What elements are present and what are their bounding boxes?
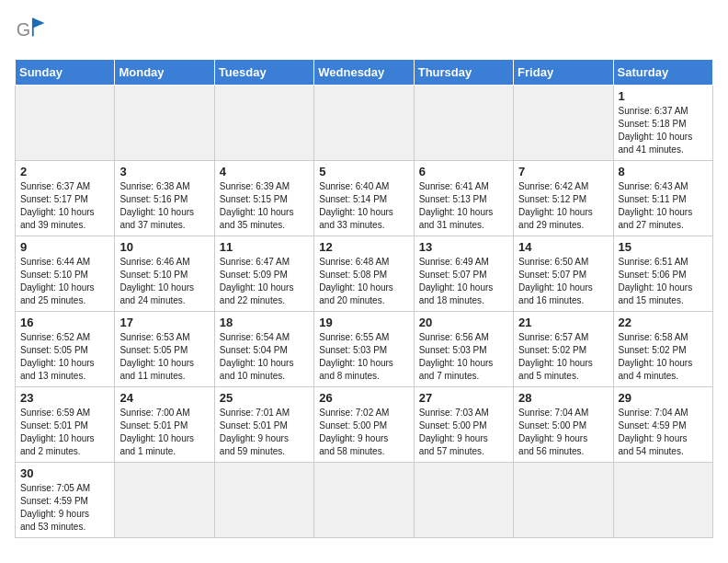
day-number: 8 <box>619 165 708 178</box>
calendar-cell <box>115 86 214 161</box>
day-number: 18 <box>220 316 309 329</box>
calendar-cell <box>115 463 214 538</box>
calendar-cell: 8Sunrise: 6:43 AM Sunset: 5:11 PM Daylig… <box>613 161 712 236</box>
calendar-cell: 16Sunrise: 6:52 AM Sunset: 5:05 PM Dayli… <box>16 312 115 387</box>
cell-info: Sunrise: 6:57 AM Sunset: 5:02 PM Dayligh… <box>518 331 608 383</box>
cell-info: Sunrise: 6:59 AM Sunset: 5:01 PM Dayligh… <box>20 407 109 458</box>
cell-info: Sunrise: 6:48 AM Sunset: 5:08 PM Dayligh… <box>319 256 408 307</box>
calendar-cell: 19Sunrise: 6:55 AM Sunset: 5:03 PM Dayli… <box>314 312 414 387</box>
calendar-cell: 12Sunrise: 6:48 AM Sunset: 5:08 PM Dayli… <box>314 236 414 312</box>
cell-info: Sunrise: 6:44 AM Sunset: 5:10 PM Dayligh… <box>20 256 109 307</box>
calendar-cell: 30Sunrise: 7:05 AM Sunset: 4:59 PM Dayli… <box>16 463 115 538</box>
calendar-cell: 13Sunrise: 6:49 AM Sunset: 5:07 PM Dayli… <box>414 236 513 312</box>
day-number: 9 <box>20 240 109 254</box>
logo: G <box>15 15 53 48</box>
cell-info: Sunrise: 6:55 AM Sunset: 5:03 PM Dayligh… <box>319 331 408 383</box>
calendar-cell: 29Sunrise: 7:04 AM Sunset: 4:59 PM Dayli… <box>613 387 712 463</box>
calendar-cell: 11Sunrise: 6:47 AM Sunset: 5:09 PM Dayli… <box>214 236 313 312</box>
calendar-cell <box>314 463 414 538</box>
day-number: 2 <box>20 165 109 178</box>
cell-info: Sunrise: 7:02 AM Sunset: 5:00 PM Dayligh… <box>319 407 408 458</box>
day-number: 5 <box>319 165 408 178</box>
day-number: 15 <box>619 240 708 254</box>
calendar-cell: 28Sunrise: 7:04 AM Sunset: 5:00 PM Dayli… <box>514 387 613 463</box>
weekday-thursday: Thursday <box>414 60 513 86</box>
cell-info: Sunrise: 6:54 AM Sunset: 5:04 PM Dayligh… <box>220 331 309 383</box>
cell-info: Sunrise: 6:37 AM Sunset: 5:17 PM Dayligh… <box>20 180 109 232</box>
calendar-cell: 9Sunrise: 6:44 AM Sunset: 5:10 PM Daylig… <box>16 236 115 312</box>
cell-info: Sunrise: 7:01 AM Sunset: 5:01 PM Dayligh… <box>220 407 309 458</box>
cell-info: Sunrise: 6:42 AM Sunset: 5:12 PM Dayligh… <box>518 180 608 232</box>
week-row-4: 23Sunrise: 6:59 AM Sunset: 5:01 PM Dayli… <box>16 387 713 463</box>
cell-info: Sunrise: 6:39 AM Sunset: 5:15 PM Dayligh… <box>220 180 309 232</box>
cell-info: Sunrise: 7:03 AM Sunset: 5:00 PM Dayligh… <box>419 407 508 458</box>
cell-info: Sunrise: 6:56 AM Sunset: 5:03 PM Dayligh… <box>419 331 508 383</box>
cell-info: Sunrise: 6:58 AM Sunset: 5:02 PM Dayligh… <box>619 331 708 383</box>
calendar-cell: 14Sunrise: 6:50 AM Sunset: 5:07 PM Dayli… <box>514 236 613 312</box>
cell-info: Sunrise: 6:53 AM Sunset: 5:05 PM Dayligh… <box>119 331 209 383</box>
calendar-cell <box>613 463 712 538</box>
day-number: 30 <box>20 466 109 480</box>
day-number: 12 <box>319 240 408 254</box>
calendar-cell: 24Sunrise: 7:00 AM Sunset: 5:01 PM Dayli… <box>115 387 214 463</box>
week-row-1: 2Sunrise: 6:37 AM Sunset: 5:17 PM Daylig… <box>16 161 713 236</box>
day-number: 11 <box>220 240 309 254</box>
calendar-cell: 10Sunrise: 6:46 AM Sunset: 5:10 PM Dayli… <box>115 236 214 312</box>
day-number: 1 <box>619 89 708 103</box>
day-number: 20 <box>419 316 508 329</box>
calendar-cell: 18Sunrise: 6:54 AM Sunset: 5:04 PM Dayli… <box>214 312 313 387</box>
day-number: 29 <box>619 391 708 405</box>
cell-info: Sunrise: 6:46 AM Sunset: 5:10 PM Dayligh… <box>119 256 209 307</box>
calendar-cell: 5Sunrise: 6:40 AM Sunset: 5:14 PM Daylig… <box>314 161 414 236</box>
calendar-cell <box>414 463 513 538</box>
calendar: SundayMondayTuesdayWednesdayThursdayFrid… <box>15 59 713 538</box>
svg-rect-3 <box>32 18 34 37</box>
calendar-cell <box>514 86 613 161</box>
calendar-cell <box>16 86 115 161</box>
cell-info: Sunrise: 6:43 AM Sunset: 5:11 PM Dayligh… <box>619 180 708 232</box>
cell-info: Sunrise: 6:49 AM Sunset: 5:07 PM Dayligh… <box>419 256 508 307</box>
day-number: 4 <box>220 165 309 178</box>
cell-info: Sunrise: 6:40 AM Sunset: 5:14 PM Dayligh… <box>319 180 408 232</box>
calendar-cell: 21Sunrise: 6:57 AM Sunset: 5:02 PM Dayli… <box>514 312 613 387</box>
calendar-cell: 15Sunrise: 6:51 AM Sunset: 5:06 PM Dayli… <box>613 236 712 312</box>
day-number: 10 <box>119 240 209 254</box>
day-number: 6 <box>419 165 508 178</box>
cell-info: Sunrise: 7:05 AM Sunset: 4:59 PM Dayligh… <box>20 482 109 534</box>
week-row-5: 30Sunrise: 7:05 AM Sunset: 4:59 PM Dayli… <box>16 463 713 538</box>
logo-icon: G <box>15 15 48 48</box>
calendar-cell: 17Sunrise: 6:53 AM Sunset: 5:05 PM Dayli… <box>115 312 214 387</box>
calendar-cell: 27Sunrise: 7:03 AM Sunset: 5:00 PM Dayli… <box>414 387 513 463</box>
cell-info: Sunrise: 6:47 AM Sunset: 5:09 PM Dayligh… <box>220 256 309 307</box>
day-number: 14 <box>518 240 608 254</box>
cell-info: Sunrise: 6:41 AM Sunset: 5:13 PM Dayligh… <box>419 180 508 232</box>
calendar-header: SundayMondayTuesdayWednesdayThursdayFrid… <box>16 60 713 86</box>
calendar-cell: 7Sunrise: 6:42 AM Sunset: 5:12 PM Daylig… <box>514 161 613 236</box>
day-number: 3 <box>119 165 209 178</box>
calendar-body: 1Sunrise: 6:37 AM Sunset: 5:18 PM Daylig… <box>16 86 713 538</box>
day-number: 24 <box>119 391 209 405</box>
week-row-0: 1Sunrise: 6:37 AM Sunset: 5:18 PM Daylig… <box>16 86 713 161</box>
day-number: 25 <box>220 391 309 405</box>
calendar-cell: 2Sunrise: 6:37 AM Sunset: 5:17 PM Daylig… <box>16 161 115 236</box>
week-row-3: 16Sunrise: 6:52 AM Sunset: 5:05 PM Dayli… <box>16 312 713 387</box>
weekday-tuesday: Tuesday <box>214 60 313 86</box>
svg-text:G: G <box>17 19 30 40</box>
day-number: 28 <box>518 391 608 405</box>
cell-info: Sunrise: 6:37 AM Sunset: 5:18 PM Dayligh… <box>619 105 708 156</box>
day-number: 22 <box>619 316 708 329</box>
day-number: 23 <box>20 391 109 405</box>
cell-info: Sunrise: 7:00 AM Sunset: 5:01 PM Dayligh… <box>119 407 209 458</box>
cell-info: Sunrise: 6:51 AM Sunset: 5:06 PM Dayligh… <box>619 256 708 307</box>
calendar-cell: 3Sunrise: 6:38 AM Sunset: 5:16 PM Daylig… <box>115 161 214 236</box>
calendar-cell: 22Sunrise: 6:58 AM Sunset: 5:02 PM Dayli… <box>613 312 712 387</box>
calendar-cell: 6Sunrise: 6:41 AM Sunset: 5:13 PM Daylig… <box>414 161 513 236</box>
day-number: 13 <box>419 240 508 254</box>
weekday-friday: Friday <box>514 60 613 86</box>
cell-info: Sunrise: 6:38 AM Sunset: 5:16 PM Dayligh… <box>119 180 209 232</box>
weekday-sunday: Sunday <box>16 60 115 86</box>
cell-info: Sunrise: 6:50 AM Sunset: 5:07 PM Dayligh… <box>518 256 608 307</box>
weekday-monday: Monday <box>115 60 214 86</box>
day-number: 7 <box>518 165 608 178</box>
calendar-cell: 4Sunrise: 6:39 AM Sunset: 5:15 PM Daylig… <box>214 161 313 236</box>
